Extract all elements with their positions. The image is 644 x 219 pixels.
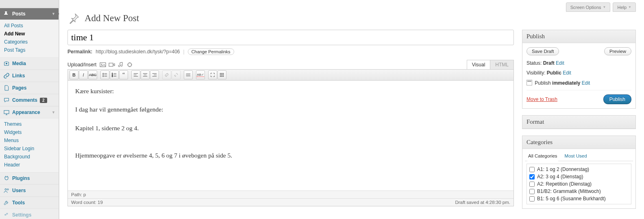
svg-rect-37 [220, 74, 221, 75]
category-item[interactable]: B1/B2: Grammatik (Mittwoch) [529, 188, 629, 195]
menu-comments[interactable]: Comments 2 [0, 94, 59, 106]
align-right-button[interactable] [150, 70, 159, 79]
pin-icon [3, 11, 10, 17]
svg-point-0 [6, 63, 7, 64]
visibility-value: Public [547, 70, 561, 76]
category-label: B1: 5 og 6 (Susanne Burkhardt) [537, 196, 606, 201]
submenu-widgets[interactable]: Widgets [0, 128, 59, 136]
publish-box: Publish Save Draft Preview Status: Draft… [522, 30, 636, 109]
link-button[interactable] [162, 70, 171, 79]
svg-point-12 [103, 76, 104, 77]
submenu-sidebar-login[interactable]: Sidebar Login [0, 145, 59, 153]
submenu-add-new[interactable]: Add New [0, 30, 59, 38]
chevron-down-icon: ▼ [603, 5, 606, 9]
bullet-list-button[interactable] [100, 70, 109, 79]
tab-html[interactable]: HTML [490, 60, 514, 69]
menu-appearance[interactable]: Appearance ▼ [0, 106, 59, 118]
format-heading[interactable]: Format [522, 116, 635, 129]
submenu-menus[interactable]: Menus [0, 136, 59, 145]
tab-most-used[interactable]: Most Used [564, 151, 588, 161]
kitchensink-button[interactable] [218, 70, 226, 79]
category-item[interactable]: A1: 1 og 2 (Donnerstag) [529, 166, 629, 173]
page-icon [3, 85, 10, 91]
menu-plugins-label: Plugins [12, 175, 30, 181]
change-permalinks-button[interactable]: Change Permalinks [188, 48, 234, 55]
categories-heading[interactable]: Categories [522, 136, 635, 149]
menu-settings[interactable]: Settings [0, 209, 59, 219]
sidebar-top-spacer [0, 0, 59, 8]
svg-rect-34 [220, 73, 221, 74]
category-item[interactable]: A2: 3 og 4 (Dienstag) [529, 173, 629, 180]
align-center-button[interactable] [141, 70, 150, 79]
fullscreen-button[interactable] [208, 70, 217, 79]
menu-tools-label: Tools [12, 200, 25, 206]
submenu-background[interactable]: Background [0, 153, 59, 161]
tab-all-categories[interactable]: All Categories [527, 151, 558, 161]
publish-heading[interactable]: Publish [522, 30, 635, 43]
add-image-icon[interactable] [100, 61, 106, 68]
chevron-down-icon: ▼ [628, 5, 631, 9]
menu-plugins[interactable]: Plugins [0, 172, 59, 184]
category-checkbox[interactable] [529, 196, 535, 201]
menu-tools[interactable]: Tools [0, 197, 59, 209]
format-box: Format [522, 115, 636, 129]
submenu-header[interactable]: Header [0, 161, 59, 169]
main-content: Screen Options ▼ Help ▼ Add New Post Per… [59, 0, 644, 219]
category-checkbox[interactable] [529, 189, 535, 194]
category-checkbox[interactable] [529, 182, 535, 187]
media-icon [3, 60, 10, 67]
add-audio-icon[interactable] [117, 61, 124, 68]
blockquote-button[interactable]: “ [119, 70, 128, 79]
menu-links[interactable]: Links [0, 70, 59, 82]
status-label: Status: [527, 60, 543, 66]
save-draft-button[interactable]: Save Draft [527, 47, 559, 55]
add-media-icon[interactable] [126, 61, 133, 68]
move-to-trash-link[interactable]: Move to Trash [527, 96, 557, 102]
users-icon [3, 187, 10, 194]
category-label: A1: 1 og 2 (Donnerstag) [537, 166, 589, 172]
add-video-icon[interactable] [109, 61, 115, 68]
edit-visibility-link[interactable]: Edit [563, 70, 571, 76]
more-button[interactable] [184, 70, 193, 79]
tab-visual[interactable]: Visual [467, 60, 490, 69]
menu-media-label: Media [12, 61, 26, 66]
bold-button[interactable]: B [70, 70, 78, 79]
submenu-post-tags[interactable]: Post Tags [0, 46, 59, 54]
menu-comments-label: Comments [12, 97, 37, 103]
edit-status-link[interactable]: Edit [556, 60, 564, 66]
submenu-categories[interactable]: Categories [0, 38, 59, 46]
category-item[interactable]: B1: 5 og 6 (Susanne Burkhardt) [529, 195, 629, 202]
svg-rect-41 [221, 76, 222, 77]
submenu-appearance: Themes Widgets Menus Sidebar Login Backg… [0, 118, 59, 172]
publish-value: immediately [552, 80, 580, 86]
help-button[interactable]: Help ▼ [613, 2, 636, 12]
post-content-editor[interactable]: Kære kursister: I dag har vil gennemgået… [68, 81, 513, 191]
submenu-posts: All Posts Add New Categories Post Tags [0, 20, 59, 57]
category-checkbox[interactable] [529, 174, 535, 180]
strikethrough-button[interactable]: ABC [88, 70, 97, 79]
comment-count-badge: 2 [40, 98, 47, 103]
menu-pages[interactable]: Pages [0, 82, 59, 94]
submenu-themes[interactable]: Themes [0, 120, 59, 128]
content-paragraph: I dag har vil gennemgået følgende: [75, 105, 506, 114]
menu-media[interactable]: Media [0, 57, 59, 70]
spellcheck-button[interactable]: AB✓ [196, 70, 205, 79]
publish-button[interactable]: Publish [603, 94, 631, 104]
category-item[interactable]: A2: Repetition (Dienstag) [529, 180, 629, 188]
preview-button[interactable]: Preview [604, 47, 631, 55]
align-left-button[interactable] [131, 70, 140, 79]
post-title-input[interactable] [67, 30, 514, 45]
svg-rect-1 [4, 110, 9, 114]
category-checkbox[interactable] [529, 167, 535, 172]
edit-publish-link[interactable]: Edit [582, 80, 590, 86]
italic-button[interactable]: I [79, 70, 88, 79]
menu-users[interactable]: Users [0, 184, 59, 197]
screen-options-button[interactable]: Screen Options ▼ [566, 2, 611, 12]
unlink-button[interactable] [172, 70, 181, 79]
plugin-icon [3, 175, 10, 182]
svg-point-7 [101, 64, 102, 65]
numbered-list-button[interactable]: 123 [110, 70, 119, 79]
menu-posts[interactable]: Posts ▼ [0, 8, 59, 20]
submenu-all-posts[interactable]: All Posts [0, 22, 59, 30]
categories-list[interactable]: A1: 1 og 2 (Donnerstag) A2: 3 og 4 (Dien… [527, 164, 631, 204]
